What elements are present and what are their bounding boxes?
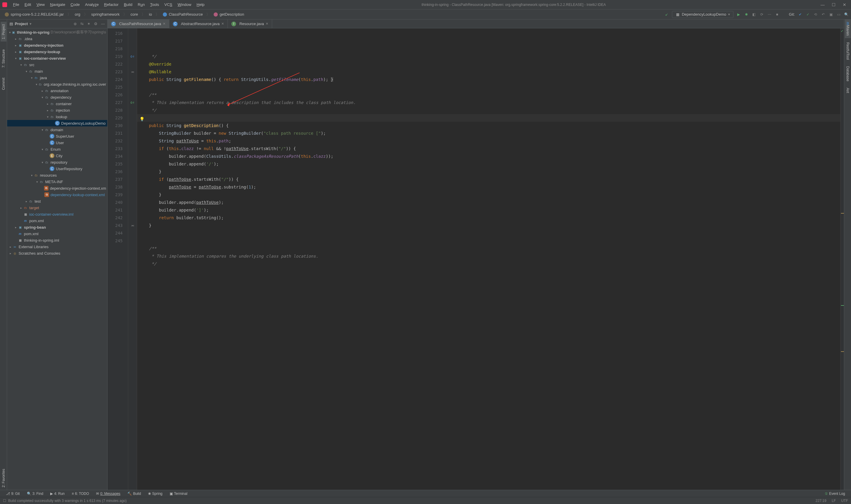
tree-dl[interactable]: ▣dependency-lookup bbox=[7, 49, 107, 55]
git-push-icon[interactable]: ▣ bbox=[829, 12, 833, 17]
tree-lookup[interactable]: 🗀lookup bbox=[7, 113, 107, 120]
collapse-icon[interactable]: ⇆ bbox=[80, 22, 84, 26]
tool-messages[interactable]: ✉ 0: Messages bbox=[93, 491, 123, 496]
run-config-selector[interactable]: ▦ DependencyLookupDemo ▾ bbox=[672, 11, 733, 18]
tool-restful[interactable]: RestfulTool bbox=[845, 40, 851, 62]
tree-test[interactable]: 🗀test bbox=[7, 198, 107, 204]
tool-build[interactable]: 🔨 Build bbox=[124, 491, 144, 496]
code-editor[interactable]: 2162172182192222232242252262272282292302… bbox=[108, 29, 844, 490]
maximize-button[interactable]: ☐ bbox=[832, 2, 836, 7]
close-icon[interactable]: ✕ bbox=[163, 22, 165, 26]
project-tree[interactable]: ▣thinking-in-spring D:\worksprace\极客学习\s… bbox=[7, 29, 107, 490]
close-icon[interactable]: ✕ bbox=[266, 22, 268, 26]
gear-icon[interactable]: ⚙ bbox=[94, 22, 97, 26]
tree-domain[interactable]: 🗀domain bbox=[7, 126, 107, 133]
caret-position[interactable]: 227:19 bbox=[816, 499, 827, 503]
file-encoding[interactable]: UTF bbox=[841, 499, 848, 503]
menu-edit[interactable]: Edit bbox=[22, 1, 33, 8]
git-update-icon[interactable]: ✔ bbox=[798, 12, 802, 17]
profile-button[interactable]: ⟳ bbox=[759, 12, 764, 17]
menu-vcs[interactable]: VCS bbox=[162, 1, 175, 8]
tree-idea[interactable]: 🗀.idea bbox=[7, 35, 107, 42]
tree-pom1[interactable]: mpom.xml bbox=[7, 217, 107, 224]
menu-run[interactable]: Run bbox=[135, 1, 147, 8]
tree-resources[interactable]: 🗀resources bbox=[7, 172, 107, 178]
crumb-method[interactable]: getDescription bbox=[211, 12, 247, 17]
tree-superuser[interactable]: CSuperUser bbox=[7, 133, 107, 140]
tree-dicxml[interactable]: ⧉dependency-injection-context.xm bbox=[7, 185, 107, 192]
line-separator[interactable]: LF bbox=[832, 499, 836, 503]
tree-user[interactable]: CUser bbox=[7, 140, 107, 146]
tool-find[interactable]: 🔍 3: Find bbox=[24, 491, 47, 496]
tree-container[interactable]: 🗀container bbox=[7, 101, 107, 107]
tree-ext[interactable]: ⫘External Libraries bbox=[7, 244, 107, 250]
event-log[interactable]: ① Event Log bbox=[822, 491, 848, 496]
git-history-icon[interactable]: ⟲ bbox=[813, 12, 818, 17]
menu-window[interactable]: Window bbox=[175, 1, 194, 8]
tool-ant[interactable]: Ant bbox=[845, 85, 851, 95]
tree-userrepo[interactable]: CUserRepository bbox=[7, 165, 107, 172]
tool-maven[interactable]: mMaven bbox=[845, 19, 851, 38]
tree-main[interactable]: 🗀main bbox=[7, 68, 107, 74]
tree-dlcxml[interactable]: ⧉dependency-lookup-context.xml bbox=[7, 192, 107, 198]
tool-run[interactable]: ▶ 4: Run bbox=[47, 491, 67, 496]
tool-todo[interactable]: ≡ 6: TODO bbox=[69, 491, 92, 496]
menu-help[interactable]: Help bbox=[194, 1, 207, 8]
debug-button[interactable]: ✱ bbox=[744, 12, 749, 17]
locate-icon[interactable]: ⊕ bbox=[74, 22, 77, 26]
menu-analyze[interactable]: Analyze bbox=[83, 1, 101, 8]
crumb-io[interactable]: io bbox=[147, 12, 154, 17]
menu-navigate[interactable]: Navigate bbox=[48, 1, 67, 8]
tree-repo[interactable]: 🗀repository bbox=[7, 159, 107, 165]
tree-dld[interactable]: CDependencyLookupDemo bbox=[7, 120, 107, 126]
tree-scratch[interactable]: ◎Scratches and Consoles bbox=[7, 250, 107, 256]
menu-view[interactable]: View bbox=[34, 1, 47, 8]
quick-list-icon[interactable]: ☐ bbox=[3, 499, 6, 503]
tree-iml2[interactable]: ▦thinking-in-spring.iml bbox=[7, 237, 107, 244]
tree-annotation[interactable]: 🗀annotation bbox=[7, 87, 107, 94]
tree-enum[interactable]: 🗀Enum bbox=[7, 146, 107, 152]
tree-target[interactable]: 🗀target bbox=[7, 204, 107, 211]
crumb-sf[interactable]: springframework bbox=[89, 12, 122, 17]
close-button[interactable]: ✕ bbox=[843, 2, 846, 7]
tool-favorites[interactable]: 2: Favorites bbox=[1, 467, 6, 490]
tool-project[interactable]: 1: Project bbox=[1, 22, 6, 42]
tree-city[interactable]: ECity bbox=[7, 152, 107, 159]
search-everywhere-icon[interactable]: 🔍 bbox=[844, 12, 849, 17]
error-stripe[interactable]: ✓ bbox=[840, 29, 844, 490]
tool-git[interactable]: ⎇ 9: Git bbox=[3, 491, 23, 496]
tool-terminal[interactable]: ▣ Terminal bbox=[167, 491, 190, 496]
code-content[interactable]: */ @Override @Nullable public String get… bbox=[137, 29, 840, 490]
build-icon[interactable]: ↙ bbox=[664, 12, 669, 17]
tool-commit[interactable]: Commit bbox=[1, 75, 6, 92]
crumb-core[interactable]: core bbox=[128, 12, 140, 17]
tree-iml[interactable]: ▦ioc-container-overview.iml bbox=[7, 211, 107, 217]
crumb-org[interactable]: org bbox=[72, 12, 83, 17]
settings-icon[interactable]: ✶ bbox=[87, 22, 90, 26]
attach-button[interactable]: ⋯ bbox=[767, 12, 772, 17]
menu-tools[interactable]: Tools bbox=[148, 1, 161, 8]
tree-sb[interactable]: ▣spring-bean bbox=[7, 224, 107, 230]
menu-refactor[interactable]: Refactor bbox=[102, 1, 121, 8]
menu-build[interactable]: Build bbox=[122, 1, 135, 8]
tab-resource[interactable]: IResource.java✕ bbox=[228, 19, 272, 28]
tree-src[interactable]: 🗀src bbox=[7, 61, 107, 68]
hide-icon[interactable]: — bbox=[101, 22, 105, 26]
stop-button[interactable]: ■ bbox=[775, 12, 779, 17]
menu-code[interactable]: Code bbox=[68, 1, 82, 8]
crumb-jar[interactable]: spring-core-5.2.2.RELEASE.jar bbox=[2, 12, 66, 17]
run-button[interactable]: ▶ bbox=[736, 12, 741, 17]
tool-database[interactable]: Database bbox=[845, 64, 851, 84]
git-revert-icon[interactable]: ↶ bbox=[821, 12, 826, 17]
minimize-button[interactable]: — bbox=[820, 2, 825, 7]
tool-spring[interactable]: ❀ Spring bbox=[145, 491, 165, 496]
tree-metainf[interactable]: 🗀META-INF bbox=[7, 178, 107, 185]
close-icon[interactable]: ✕ bbox=[221, 22, 224, 26]
git-commit-icon[interactable]: ✓ bbox=[805, 12, 810, 17]
tree-injection[interactable]: 🗀injection bbox=[7, 107, 107, 113]
tree-root[interactable]: ▣thinking-in-spring D:\worksprace\极客学习\s… bbox=[7, 29, 107, 35]
tree-pom2[interactable]: mpom.xml bbox=[7, 230, 107, 237]
tab-classpathresource[interactable]: CClassPathResource.java✕ bbox=[108, 19, 169, 28]
tab-abstractresource[interactable]: CAbstractResource.java✕ bbox=[169, 19, 228, 28]
tree-ioc[interactable]: ▣ioc-container-overview bbox=[7, 55, 107, 61]
